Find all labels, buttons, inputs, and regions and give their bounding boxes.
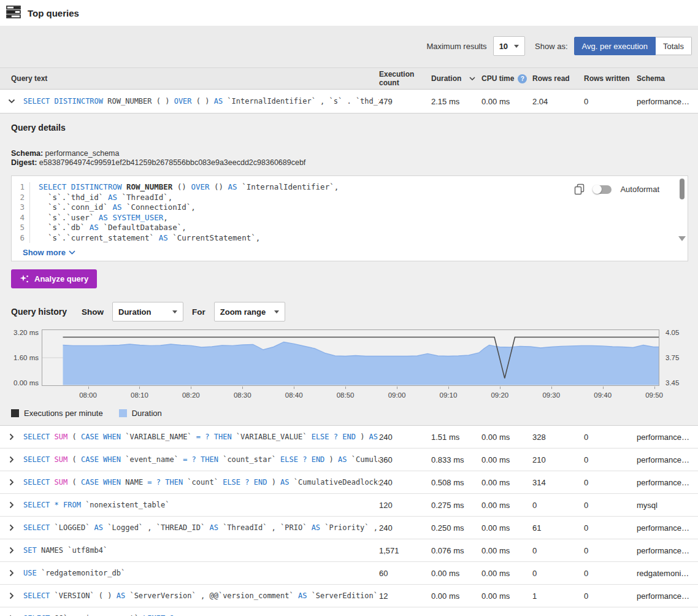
sort-desc-icon[interactable] bbox=[469, 77, 475, 80]
column-rows-read[interactable]: Rows read bbox=[532, 74, 584, 83]
rows-read-cell: 210 bbox=[532, 455, 584, 464]
avg-per-execution-button[interactable]: Avg. per execution bbox=[574, 37, 656, 55]
x-axis-tick bbox=[448, 387, 449, 389]
sql-code-block: 1SELECT DISTINCTROW ROW_NUMBER () OVER (… bbox=[11, 175, 688, 261]
table-row[interactable]: SELECT SUM ( CASE WHEN NAME = ? THEN `co… bbox=[0, 471, 698, 494]
autoformat-label: Autoformat bbox=[620, 185, 659, 194]
autoformat-toggle[interactable] bbox=[593, 185, 612, 194]
x-axis-tick bbox=[397, 387, 397, 389]
cpu-time-help-icon[interactable]: ? bbox=[518, 74, 527, 83]
rows-read-cell: 1 bbox=[532, 591, 584, 601]
column-execution-count[interactable]: Execution count bbox=[379, 70, 431, 87]
table-row[interactable]: SELECT SUM ( CASE WHEN `event_name` = ? … bbox=[0, 449, 698, 471]
schema-value: performance_schema bbox=[45, 149, 120, 158]
expand-chevron-icon[interactable] bbox=[0, 501, 23, 509]
column-cpu-time[interactable]: CPU time ? bbox=[481, 74, 532, 83]
table-row[interactable]: SELECT @@`version_comment` LIMIT ?1200.0… bbox=[0, 607, 698, 616]
query-text: SELECT `VERSION` ( ) AS `ServerVersion` … bbox=[23, 591, 379, 600]
query-text: SELECT SUM ( CASE WHEN `event_name` = ? … bbox=[23, 455, 379, 464]
line-number: 6 bbox=[12, 233, 30, 244]
query-text: SET NAMES `utf8mb4` bbox=[23, 546, 379, 555]
rows-read-cell: 1 bbox=[532, 614, 584, 616]
totals-button[interactable]: Totals bbox=[656, 37, 692, 55]
sql-code-line: 4 `s`.`user` AS SYSTEM_USER, bbox=[12, 213, 688, 223]
y-axis-right-tick: 3.45 bbox=[665, 379, 679, 387]
sparkles-icon bbox=[20, 274, 29, 284]
legend-executions-per-minute[interactable]: Executions per minute bbox=[11, 409, 103, 418]
legend-swatch-executions bbox=[11, 409, 19, 417]
x-axis-label: 09:00 bbox=[388, 391, 406, 399]
top-bar: Top queries bbox=[0, 0, 698, 26]
expand-chevron-icon[interactable] bbox=[0, 479, 23, 486]
sql-code-line: 6 `s`.`current_statement` AS `CurrentSta… bbox=[12, 233, 688, 244]
x-axis-tick bbox=[500, 387, 500, 389]
cpu-time-cell: 0.00 ms bbox=[481, 478, 532, 487]
expand-chevron-icon[interactable] bbox=[0, 456, 23, 463]
schema-cell: mysql bbox=[637, 614, 698, 616]
table-row[interactable]: SELECT DISTINCTROW ROW_NUMBER ( ) OVER (… bbox=[0, 90, 698, 114]
line-number: 1 bbox=[12, 182, 30, 193]
line-number: 4 bbox=[12, 213, 30, 223]
x-axis-tick bbox=[551, 387, 552, 389]
x-axis-tick bbox=[191, 387, 191, 389]
expand-chevron-icon[interactable] bbox=[0, 592, 23, 599]
table-row[interactable]: SELECT `VERSION` ( ) AS `ServerVersion` … bbox=[0, 585, 698, 607]
copy-icon[interactable] bbox=[574, 183, 585, 195]
rows-read-cell: 328 bbox=[532, 433, 584, 442]
column-schema[interactable]: Schema bbox=[637, 74, 698, 83]
digest-label: Digest: bbox=[11, 158, 37, 167]
sql-code-line: 5 `s`.`db` AS `DefaultDatabase`, bbox=[12, 223, 688, 233]
cpu-time-cell: 0.00 ms bbox=[481, 455, 532, 464]
history-range-select[interactable]: Zoom range bbox=[214, 302, 285, 321]
column-duration[interactable]: Duration bbox=[431, 74, 481, 83]
query-text: SELECT SUM ( CASE WHEN `VARIABLE_NAME` =… bbox=[23, 433, 379, 441]
query-history-title: Query history bbox=[11, 307, 67, 317]
duration-cell: 0.00 ms bbox=[431, 591, 481, 601]
column-rows-written[interactable]: Rows written bbox=[584, 74, 637, 83]
schema-label: Schema: bbox=[11, 149, 43, 158]
y-axis-right-tick: 3.75 bbox=[665, 354, 679, 361]
table-row[interactable]: SELECT * FROM `nonexistent_table`1200.27… bbox=[0, 494, 698, 517]
schema-cell: performance… bbox=[637, 455, 698, 464]
collapse-chevron-icon[interactable] bbox=[0, 99, 23, 104]
chart-plot-area[interactable] bbox=[42, 329, 659, 386]
table-row[interactable]: SELECT SUM ( CASE WHEN `VARIABLE_NAME` =… bbox=[0, 426, 698, 449]
code-scroll-down-icon[interactable] bbox=[678, 236, 686, 241]
expand-chevron-icon[interactable] bbox=[0, 433, 23, 441]
chevron-down-icon bbox=[514, 45, 519, 48]
rows-written-cell: 0 bbox=[584, 501, 637, 510]
table-row[interactable]: SELECT `LOGGED` AS `Logged` , `THREAD_ID… bbox=[0, 517, 698, 539]
x-axis-tick bbox=[242, 387, 243, 389]
x-axis-tick bbox=[139, 387, 140, 389]
table-row[interactable]: SET NAMES `utf8mb4`1,5710.076 ms0.00 ms0… bbox=[0, 539, 698, 562]
execution-count-cell: 120 bbox=[379, 614, 431, 616]
query-text: USE `redgatemonitor_db` bbox=[23, 569, 379, 577]
expand-chevron-icon[interactable] bbox=[0, 569, 23, 577]
legend-duration[interactable]: Duration bbox=[119, 409, 162, 418]
chevron-down-icon bbox=[274, 310, 279, 314]
rows-read-cell: 61 bbox=[532, 523, 584, 533]
cpu-time-cell: 0.00 ms bbox=[481, 569, 532, 578]
schema-cell: redgatemoni… bbox=[637, 569, 698, 578]
x-axis-label: 09:10 bbox=[440, 391, 458, 399]
rows-read-cell: 0 bbox=[532, 569, 584, 578]
duration-cell: 0.275 ms bbox=[431, 501, 481, 510]
expand-chevron-icon[interactable] bbox=[0, 547, 23, 554]
analyze-query-button[interactable]: Analyze query bbox=[11, 269, 97, 288]
x-axis-tick bbox=[603, 387, 604, 389]
x-axis-label: 08:20 bbox=[182, 391, 200, 399]
show-more-link[interactable]: Show more bbox=[23, 248, 75, 257]
show-as-label: Show as: bbox=[535, 42, 567, 51]
x-axis-label: 09:20 bbox=[491, 391, 508, 399]
x-axis-label: 08:10 bbox=[131, 391, 148, 399]
table-row[interactable]: USE `redgatemonitor_db`600.00 ms0.00 ms0… bbox=[0, 562, 698, 585]
x-axis-tick bbox=[88, 387, 89, 389]
expand-chevron-icon[interactable] bbox=[0, 524, 23, 531]
top-queries-icon bbox=[6, 6, 21, 21]
page-title: Top queries bbox=[28, 8, 79, 18]
code-scrollbar-thumb[interactable] bbox=[680, 179, 685, 199]
legend-swatch-duration bbox=[119, 409, 127, 417]
execution-count-cell: 240 bbox=[379, 433, 431, 442]
history-metric-select[interactable]: Duration bbox=[112, 302, 183, 321]
max-results-select[interactable]: 10 bbox=[493, 36, 525, 56]
